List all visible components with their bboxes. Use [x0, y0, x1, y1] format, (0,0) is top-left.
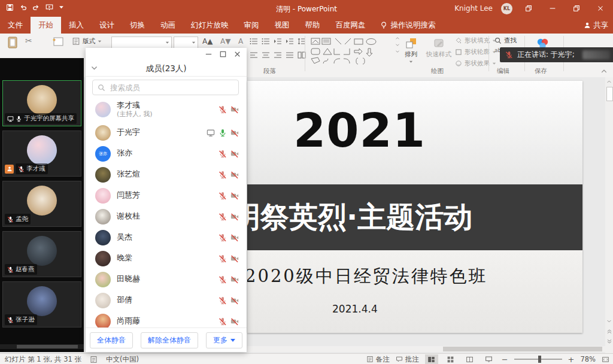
slide-number-status[interactable]: 幻灯片 第 1 张, 共 31 张	[5, 355, 81, 364]
camera-off-icon[interactable]	[230, 233, 239, 242]
collapse-ribbon-icon[interactable]	[600, 68, 608, 75]
mic-muted-icon[interactable]	[219, 213, 227, 221]
vertical-scrollbar[interactable]	[605, 77, 613, 353]
slideshow-view-button[interactable]	[482, 354, 496, 364]
align-right-icon[interactable]	[273, 50, 283, 60]
member-row[interactable]: 吴杰	[86, 227, 247, 248]
quick-styles-button[interactable]: 快速样式	[426, 37, 451, 59]
cut-icon[interactable]: ✂	[25, 36, 32, 46]
video-strip-scrollbar-thumb[interactable]	[17, 345, 78, 348]
find-button[interactable]: 查找	[494, 37, 517, 45]
scroll-up-button[interactable]	[605, 77, 613, 86]
tab-baidu-netdisk[interactable]: 百度网盘	[328, 17, 374, 34]
tab-home[interactable]: 开始	[31, 17, 61, 34]
mic-muted-icon[interactable]	[219, 275, 227, 284]
tab-review[interactable]: 审阅	[236, 17, 267, 34]
arrange-button[interactable]: 排列	[405, 37, 417, 64]
member-row[interactable]: 于光宇	[86, 122, 247, 143]
account-avatar[interactable]: KL	[501, 3, 512, 14]
mic-muted-icon[interactable]	[219, 296, 227, 305]
zoom-slider[interactable]	[514, 359, 562, 360]
mic-muted-icon[interactable]	[219, 171, 227, 179]
maximize-icon[interactable]	[219, 50, 227, 59]
camera-off-icon[interactable]	[230, 275, 239, 284]
member-row[interactable]: 李才彧 (主持人, 我)	[86, 97, 247, 122]
member-row[interactable]: 谢枚桂	[86, 206, 247, 227]
zoom-out-button[interactable]: −	[502, 355, 508, 364]
screen-share-icon[interactable]	[207, 129, 215, 137]
member-row[interactable]: 张亦 张亦	[86, 143, 247, 164]
ribbon-display-options-button[interactable]	[521, 0, 536, 17]
account-name[interactable]: Knight Lee	[454, 4, 493, 13]
previous-slide-button[interactable]	[605, 327, 613, 335]
comments-button[interactable]: 批注	[396, 355, 419, 364]
mic-muted-icon[interactable]	[219, 105, 227, 114]
tab-animations[interactable]: 动画	[153, 17, 183, 34]
align-left-icon[interactable]	[249, 50, 259, 60]
camera-off-icon[interactable]	[230, 254, 239, 263]
shape-fill-button[interactable]: 形状填充	[455, 37, 496, 45]
scroll-down-button[interactable]	[605, 317, 613, 325]
bullets-icon[interactable]	[249, 37, 259, 46]
tab-view[interactable]: 视图	[267, 17, 298, 34]
tab-slideshow[interactable]: 幻灯片放映	[183, 17, 236, 34]
member-row[interactable]: 邵倩	[86, 290, 247, 311]
camera-off-icon[interactable]	[230, 192, 239, 200]
tab-help[interactable]: 帮助	[298, 17, 328, 34]
member-row[interactable]: 闫慧芳	[86, 185, 247, 206]
mic-muted-icon[interactable]	[219, 150, 227, 158]
shape-effects-button[interactable]: 形状效果	[455, 59, 496, 68]
tab-file[interactable]: 文件	[0, 17, 31, 34]
slide-sorter-view-button[interactable]	[444, 354, 457, 364]
decrease-indent-icon[interactable]	[273, 37, 283, 46]
paste-icon[interactable]	[7, 36, 19, 49]
accessibility-check-icon[interactable]	[90, 356, 98, 363]
zoom-level[interactable]: 78%	[580, 355, 596, 363]
member-search-box[interactable]	[92, 80, 239, 95]
increase-indent-icon[interactable]	[285, 37, 295, 46]
unmute-all-button[interactable]: 解除全体静音	[141, 332, 198, 348]
video-tile-screenshare[interactable]: 于光宇的屏幕共享	[2, 80, 81, 126]
grow-font-icon[interactable]: A▲	[202, 37, 213, 46]
slide-canvas[interactable]: 2021 明祭英烈·主题活动 2020级中日经贸法律特色班 2021.4.4	[247, 81, 582, 333]
video-strip-scrollbar[interactable]	[0, 344, 84, 349]
camera-off-icon[interactable]	[230, 213, 239, 221]
notes-button[interactable]: 备注	[366, 355, 390, 364]
align-center-icon[interactable]	[261, 50, 271, 60]
numbering-icon[interactable]	[261, 37, 271, 46]
layout-button[interactable]: 版式	[72, 37, 102, 46]
reading-view-button[interactable]	[463, 354, 477, 364]
mic-muted-icon[interactable]	[219, 317, 227, 326]
member-row[interactable]: 张艺煊	[86, 164, 247, 185]
horizontal-scrollbar-thumb[interactable]	[443, 347, 602, 351]
fit-slide-icon[interactable]	[602, 356, 609, 363]
font-name-box[interactable]	[111, 37, 172, 48]
member-row[interactable]: 尚雨藤	[86, 311, 247, 328]
camera-off-icon[interactable]	[230, 171, 239, 179]
minimize-button[interactable]	[545, 0, 560, 17]
camera-off-icon[interactable]	[230, 105, 239, 114]
minimize-icon[interactable]	[204, 50, 213, 59]
tab-transitions[interactable]: 切换	[122, 17, 153, 34]
mute-all-button[interactable]: 全体静音	[90, 332, 133, 348]
video-tile[interactable]: 赵春燕	[2, 231, 81, 277]
justify-icon[interactable]	[285, 50, 295, 60]
shrink-font-icon[interactable]: A▼	[220, 37, 230, 46]
zoom-slider-thumb[interactable]	[538, 356, 541, 363]
restore-button[interactable]	[569, 0, 584, 17]
zoom-in-button[interactable]: +	[568, 355, 575, 364]
clear-format-icon[interactable]: A	[238, 37, 243, 46]
member-row[interactable]: 晚棠	[86, 248, 247, 269]
scrollbar-thumb[interactable]	[606, 87, 613, 101]
tab-insert[interactable]: 插入	[61, 17, 92, 34]
member-row[interactable]: 田晓赫	[86, 269, 247, 290]
shapes-gallery-scroll[interactable]	[395, 36, 400, 54]
font-size-box[interactable]	[174, 37, 198, 48]
tell-me-search[interactable]: 操作说明搜索	[374, 17, 442, 34]
normal-view-button[interactable]	[425, 354, 438, 364]
member-search-input[interactable]	[109, 83, 233, 93]
share-button[interactable]: 共享	[584, 17, 608, 34]
video-tile[interactable]: 孟尧	[2, 181, 81, 227]
mic-muted-icon[interactable]	[219, 192, 227, 200]
mic-on-icon[interactable]	[219, 129, 227, 137]
